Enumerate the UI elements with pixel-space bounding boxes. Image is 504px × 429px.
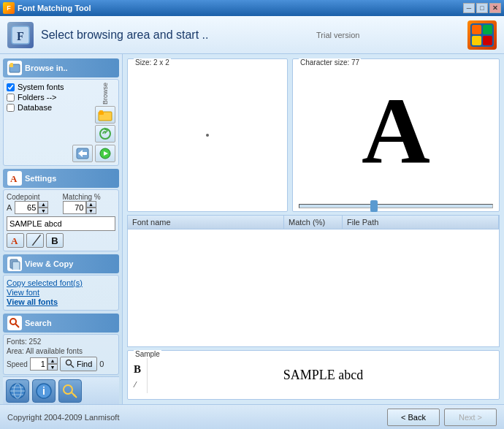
- app-title-icon: F: [3, 2, 15, 14]
- speed-down[interactable]: ▼: [47, 364, 58, 371]
- sample-italic-indicator: /: [134, 379, 141, 390]
- next-button[interactable]: Next >: [444, 409, 497, 426]
- copyright-label: Copyright 2004-2009 Lanmisoft: [7, 413, 119, 422]
- svg-rect-12: [99, 110, 103, 113]
- svg-line-23: [15, 324, 19, 327]
- file-path-header: File Path: [343, 216, 499, 229]
- trial-version-label: Trial version: [316, 31, 360, 39]
- find-button[interactable]: Find: [60, 357, 97, 371]
- green-action-button[interactable]: [95, 145, 115, 162]
- browse-inner: System fonts Folders --> Database Browse: [7, 83, 115, 143]
- settings-header[interactable]: A Settings: [3, 169, 119, 188]
- window-title: Font Matching Tool: [18, 4, 91, 12]
- folders-label: Folders -->: [18, 93, 57, 102]
- sample-panel: Sample B / SAMPLE abcd: [127, 350, 500, 400]
- back-browse-button[interactable]: [72, 145, 93, 162]
- search-row: Speed 1 ▲ ▼ Find: [7, 357, 115, 371]
- header-left: F Select browsing area and start ..: [7, 22, 208, 48]
- refresh-button[interactable]: [95, 125, 115, 143]
- view-all-link[interactable]: View all fonts: [7, 297, 115, 306]
- globe-button[interactable]: [6, 379, 29, 403]
- matching-spin-buttons[interactable]: ▲ ▼: [86, 201, 96, 214]
- bold-button[interactable]: B: [46, 233, 64, 248]
- browse-right-controls: Browse: [95, 83, 115, 143]
- browse-options: System fonts Folders --> Database: [7, 83, 64, 112]
- view-section: Copy selected font(s) View font View all…: [3, 275, 119, 311]
- matching-up[interactable]: ▲: [86, 201, 96, 208]
- svg-point-22: [10, 319, 16, 324]
- search-header[interactable]: Search: [3, 314, 119, 333]
- back-button[interactable]: < Back: [387, 409, 440, 426]
- browse-folder-button[interactable]: [95, 106, 115, 124]
- sample-text-input[interactable]: SAMPLE abcd: [7, 216, 115, 231]
- svg-text:i: i: [42, 385, 45, 397]
- codepoint-up[interactable]: ▲: [38, 201, 48, 208]
- matching-spinner[interactable]: 70 ▲ ▼: [63, 201, 116, 214]
- view-font-link[interactable]: View font: [7, 288, 115, 297]
- svg-point-24: [66, 360, 71, 365]
- matching-input[interactable]: 70: [63, 201, 86, 214]
- char-display: A: [293, 59, 499, 201]
- sample-text-display: SAMPLE abcd: [283, 368, 364, 383]
- codepoint-input[interactable]: 65: [15, 201, 38, 214]
- key-button[interactable]: [58, 379, 82, 403]
- top-panels: Size: 2 x 2 Character size: 77 A: [127, 58, 500, 212]
- browse-label: Browse in..: [25, 64, 68, 72]
- database-check[interactable]: [7, 104, 15, 112]
- svg-text:F: F: [17, 30, 24, 42]
- right-panel: Size: 2 x 2 Character size: 77 A Font na…: [123, 54, 504, 404]
- folders-check[interactable]: [7, 94, 15, 102]
- results-body: [128, 229, 499, 344]
- svg-line-25: [71, 365, 74, 368]
- sample-bold-indicator: B: [134, 363, 141, 376]
- database-checkbox[interactable]: Database: [7, 103, 64, 112]
- browse-icon: [7, 61, 22, 75]
- svg-text:A: A: [11, 235, 18, 246]
- info-button[interactable]: i: [32, 379, 56, 403]
- browse-action-buttons: [7, 145, 115, 162]
- codepoint-spinner[interactable]: 65 ▲ ▼: [15, 201, 48, 214]
- char-size-slider[interactable]: [299, 204, 493, 208]
- italic-button[interactable]: ╱: [26, 233, 44, 248]
- svg-rect-6: [483, 36, 492, 45]
- speed-spinner[interactable]: 1 ▲ ▼: [30, 357, 58, 371]
- header-title: Select browsing area and start ..: [41, 29, 208, 42]
- settings-label: Settings: [25, 174, 56, 183]
- copy-selected-link[interactable]: Copy selected font(s): [7, 278, 115, 287]
- font-name-header: Font name: [128, 216, 284, 229]
- svg-line-34: [72, 392, 77, 398]
- folders-checkbox[interactable]: Folders -->: [7, 93, 64, 102]
- char-slider-row: [293, 201, 499, 211]
- matching-group: Matching % 70 ▲ ▼: [63, 193, 116, 214]
- fonts-count: Fonts: 252: [7, 338, 115, 346]
- app-logo-icon: [467, 20, 497, 50]
- minimize-button[interactable]: ─: [463, 3, 475, 13]
- codepoint-row: Codepoint A 65 ▲ ▼: [7, 193, 115, 214]
- speed-spin-buttons[interactable]: ▲ ▼: [47, 357, 58, 371]
- svg-rect-21: [12, 262, 20, 270]
- speed-input[interactable]: 1: [30, 357, 47, 371]
- settings-section: Codepoint A 65 ▲ ▼: [3, 189, 119, 251]
- codepoint-down[interactable]: ▼: [38, 208, 48, 214]
- title-bar: F Font Matching Tool ─ □ ✕: [0, 0, 504, 16]
- font-color-button[interactable]: A: [7, 233, 24, 248]
- system-fonts-check[interactable]: [7, 83, 15, 91]
- close-button[interactable]: ✕: [489, 3, 501, 13]
- svg-rect-4: [483, 25, 492, 34]
- content-area: Browse in.. System fonts Folders -->: [0, 54, 504, 404]
- codepoint-spin-buttons[interactable]: ▲ ▼: [38, 201, 48, 214]
- system-fonts-label: System fonts: [18, 83, 64, 91]
- view-copy-label: View & Copy: [25, 259, 73, 268]
- sample-style-controls: B /: [128, 357, 148, 393]
- matching-down[interactable]: ▼: [86, 208, 96, 214]
- maximize-button[interactable]: □: [476, 3, 488, 13]
- view-copy-header[interactable]: View & Copy: [3, 254, 119, 273]
- size-panel: Size: 2 x 2: [127, 58, 288, 212]
- speed-up[interactable]: ▲: [47, 357, 58, 364]
- system-fonts-checkbox[interactable]: System fonts: [7, 83, 64, 91]
- size-dot: [206, 134, 209, 137]
- browse-header[interactable]: Browse in..: [3, 58, 119, 77]
- footer: Copyright 2004-2009 Lanmisoft < Back Nex…: [0, 404, 504, 429]
- header-icon: F: [7, 22, 34, 48]
- title-bar-buttons: ─ □ ✕: [463, 3, 501, 13]
